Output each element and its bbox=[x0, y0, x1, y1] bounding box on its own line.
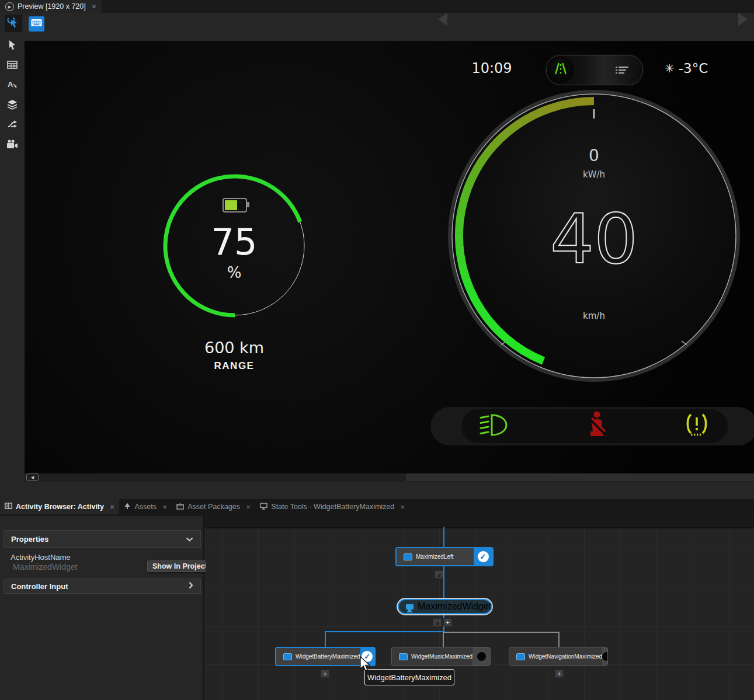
close-icon[interactable]: ✕ bbox=[110, 504, 114, 510]
edge-to-navigation bbox=[558, 632, 560, 647]
tab-label: Activity Browser: Activity bbox=[16, 503, 104, 511]
edge-to-music bbox=[443, 632, 444, 647]
chevron-down-icon bbox=[186, 534, 193, 544]
monitor-icon bbox=[406, 604, 414, 610]
close-icon[interactable]: ✕ bbox=[246, 504, 251, 510]
radio-dot-icon bbox=[477, 652, 486, 661]
assets-icon bbox=[124, 503, 131, 511]
tab-label: Asset Packages bbox=[187, 503, 240, 511]
tab-state-tools[interactable]: State Tools - WidgetBatteryMaximized ✕ bbox=[255, 499, 409, 514]
edge-root-top bbox=[443, 527, 444, 547]
widget-icon bbox=[516, 653, 525, 660]
add-state-button[interactable]: + bbox=[321, 670, 329, 678]
range-label: RANGE bbox=[176, 360, 293, 372]
power-unit: kW/h bbox=[583, 169, 605, 180]
node-inactive-toggle[interactable] bbox=[472, 647, 490, 666]
edge-branch-blue bbox=[325, 631, 444, 632]
text-tool-icon[interactable]: A bbox=[6, 78, 19, 91]
list-mode-icon bbox=[615, 65, 629, 78]
tab-label: Assets bbox=[134, 503, 157, 511]
battery-percent-unit: % bbox=[187, 264, 281, 281]
add-state-button[interactable]: + bbox=[555, 670, 564, 678]
panel-tab-bar: Activity Browser: Activity ✕ Assets ✕ As… bbox=[0, 499, 754, 514]
close-icon[interactable]: ✕ bbox=[400, 504, 405, 510]
expand-corner-button[interactable]: ◢ bbox=[433, 618, 442, 626]
tab-label: State Tools - WidgetBatteryMaximized bbox=[271, 503, 394, 511]
edge-to-battery bbox=[325, 631, 326, 647]
expand-corner-button[interactable]: ◢ bbox=[435, 570, 443, 579]
layers-icon[interactable] bbox=[6, 98, 19, 111]
tab-preview[interactable]: ▶ Preview [1920 x 720] ✕ bbox=[0, 0, 102, 13]
range-value: 600 km bbox=[176, 339, 293, 357]
activity-browser-icon bbox=[5, 503, 12, 511]
check-icon: ✓ bbox=[478, 551, 489, 562]
battery-percent-value: 75 bbox=[187, 221, 281, 263]
edge-branch-gray bbox=[443, 632, 560, 633]
play-icon: ▶ bbox=[5, 2, 14, 11]
tab-activity-browser[interactable]: Activity Browser: Activity ✕ bbox=[0, 499, 119, 514]
node-widgetnavigationmaximized[interactable]: WidgetNavigationMaximized bbox=[509, 647, 608, 666]
close-icon[interactable]: ✕ bbox=[162, 504, 167, 510]
edge-root-to-widget bbox=[443, 566, 444, 599]
scrollbar-left-button[interactable]: ◀ bbox=[26, 473, 39, 481]
tab-assets[interactable]: Assets ✕ bbox=[119, 499, 172, 514]
scrollbar-thumb[interactable] bbox=[406, 473, 754, 481]
node-widgetmusicmaximized[interactable]: WidgetMusicMaximized bbox=[391, 647, 491, 666]
properties-header-label: Properties bbox=[11, 535, 48, 544]
controller-input-section-header[interactable]: Controller Input bbox=[4, 579, 201, 594]
speedometer-dial: 0 kW/h 40 km/h bbox=[448, 90, 740, 382]
node-tooltip: WidgetBatteryMaximized bbox=[364, 669, 454, 685]
drive-mode-toggle[interactable] bbox=[546, 55, 643, 85]
node-label: WidgetNavigationMaximized bbox=[529, 653, 602, 660]
cluster-clock: 10:09 bbox=[471, 60, 513, 76]
cursor-click-icon bbox=[6, 15, 20, 32]
cursor-mode-button[interactable] bbox=[5, 15, 22, 32]
widget-icon bbox=[283, 653, 292, 660]
node-active-toggle[interactable]: ✓ bbox=[474, 548, 492, 565]
seatbelt-warning-icon bbox=[586, 410, 607, 442]
camera-icon[interactable] bbox=[6, 138, 19, 151]
speed-value: 40 bbox=[550, 198, 638, 279]
flow-connections-icon[interactable] bbox=[6, 118, 19, 131]
carousel-left-arrow[interactable] bbox=[438, 13, 447, 26]
node-label: MaximizedWidget bbox=[418, 601, 491, 612]
asset-packages-icon bbox=[176, 503, 184, 511]
speed-unit: km/h bbox=[583, 311, 605, 321]
show-in-project-button[interactable]: Show In Project bbox=[147, 560, 213, 572]
snowflake-icon: ✳ bbox=[665, 61, 675, 75]
add-state-button[interactable]: + bbox=[443, 618, 452, 626]
tire-pressure-warning-icon bbox=[683, 412, 710, 441]
mouse-cursor bbox=[360, 656, 371, 675]
widget-icon bbox=[399, 653, 408, 660]
field-value-maximizedwidget: MaximizedWidget bbox=[13, 562, 77, 572]
keyboard-button[interactable] bbox=[29, 16, 44, 32]
temperature-value: -3°C bbox=[679, 61, 708, 76]
svg-text:A: A bbox=[8, 80, 13, 89]
tooltip-text: WidgetBatteryMaximized bbox=[367, 673, 451, 682]
node-maximizedwidget[interactable]: MaximizedWidget bbox=[398, 599, 492, 614]
node-inactive-toggle[interactable] bbox=[602, 647, 608, 666]
field-label-activityhostname: ActivityHostName bbox=[11, 553, 71, 562]
chevron-right-icon bbox=[189, 581, 193, 591]
lane-assist-icon bbox=[553, 62, 568, 77]
tab-asset-packages[interactable]: Asset Packages ✕ bbox=[172, 499, 255, 514]
headlight-icon bbox=[479, 412, 509, 440]
controller-input-header-label: Controller Input bbox=[11, 582, 68, 591]
preview-toolbar bbox=[0, 13, 754, 41]
scroll-left-icon: ◀ bbox=[31, 475, 34, 480]
node-label: WidgetMusicMaximized bbox=[411, 653, 472, 660]
power-value: 0 bbox=[589, 146, 599, 165]
toggle-knob[interactable] bbox=[548, 57, 574, 82]
keyboard-icon bbox=[31, 19, 42, 29]
carousel-right-arrow[interactable] bbox=[738, 13, 748, 26]
node-label: MaximizedLeft bbox=[416, 553, 453, 560]
preview-tab-title: Preview [1920 x 720] bbox=[18, 2, 86, 11]
state-tools-icon bbox=[260, 503, 267, 511]
select-tool-icon[interactable] bbox=[6, 39, 19, 51]
widget-icon bbox=[404, 553, 412, 560]
properties-section-header[interactable]: Properties bbox=[4, 530, 201, 548]
table-view-icon[interactable] bbox=[6, 58, 19, 71]
node-maximizedleft[interactable]: MaximizedLeft ✓ bbox=[395, 547, 494, 566]
toolbar-divider bbox=[26, 16, 26, 31]
close-icon[interactable]: ✕ bbox=[92, 4, 96, 10]
